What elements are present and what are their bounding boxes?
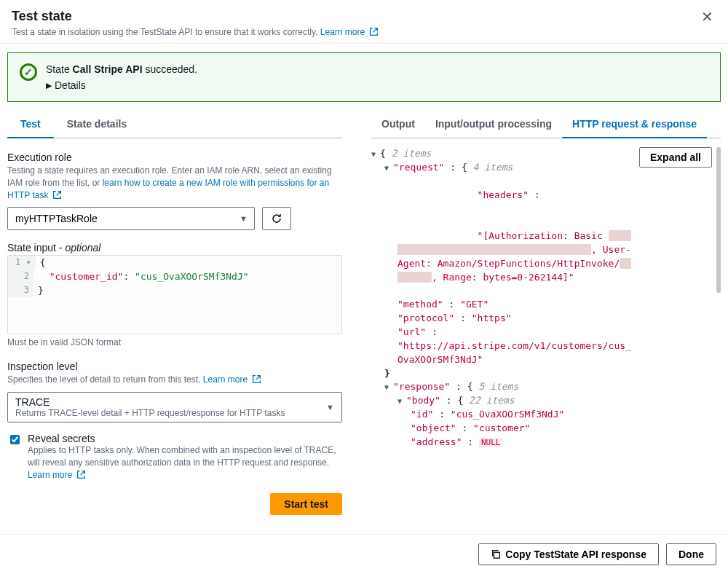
state-input-label: State input - optional bbox=[7, 242, 342, 253]
json-body-id: "id" : "cus_OvaXOOrSMf3NdJ" bbox=[371, 408, 633, 422]
inspection-level-select[interactable]: TRACE Returns TRACE-level detail + HTTP … bbox=[7, 392, 342, 422]
start-test-button[interactable]: Start test bbox=[270, 493, 342, 515]
scrollbar[interactable] bbox=[716, 147, 721, 293]
json-request-protocol: "protocol" : "https" bbox=[371, 312, 633, 326]
left-tabs: Test State details bbox=[7, 111, 342, 138]
external-link-icon bbox=[369, 27, 379, 36]
inspection-level-desc: Specifies the level of detail to return … bbox=[7, 374, 342, 386]
caret-right-icon: ▶ bbox=[46, 81, 52, 90]
json-request-headers: "headers" : "[Authorization: Basic xxxxx… bbox=[371, 175, 633, 299]
copy-icon bbox=[491, 549, 501, 559]
tab-io-processing[interactable]: Input/output processing bbox=[425, 111, 562, 138]
done-button[interactable]: Done bbox=[666, 543, 716, 565]
svg-rect-0 bbox=[494, 552, 500, 558]
external-link-icon bbox=[76, 470, 86, 479]
external-link-icon bbox=[52, 190, 62, 200]
dialog-subtitle: Test a state in isolation using the Test… bbox=[12, 27, 716, 37]
state-input-editor[interactable]: 1 ▾{ 2 "customer_id": "cus_OvaXOOrSMf3Nd… bbox=[7, 255, 342, 334]
dialog-header: Test state Test a state in isolation usi… bbox=[0, 0, 728, 44]
inspection-learn-more-link[interactable]: Learn more bbox=[203, 374, 261, 385]
tab-test[interactable]: Test bbox=[7, 111, 54, 138]
json-response[interactable]: ▼"response" : { 5 items bbox=[371, 380, 633, 394]
execution-role-select[interactable]: ▼ bbox=[7, 207, 255, 230]
json-request-url: "url" :"https://api.stripe.com/v1/custom… bbox=[371, 326, 633, 367]
external-link-icon bbox=[252, 374, 261, 384]
json-body-address: "address" : NULL bbox=[371, 436, 633, 449]
json-body-object: "object" : "customer" bbox=[371, 422, 633, 436]
reveal-secrets-checkbox[interactable] bbox=[10, 435, 20, 444]
json-request-method: "method" : "GET" bbox=[371, 298, 633, 312]
execution-role-label: Execution role bbox=[7, 152, 342, 163]
expand-all-button[interactable]: Expand all bbox=[639, 147, 712, 168]
chevron-down-icon: ▼ bbox=[326, 403, 334, 412]
json-root[interactable]: ▼{ 2 items bbox=[371, 147, 633, 161]
execution-role-input[interactable] bbox=[7, 207, 255, 230]
tab-output[interactable]: Output bbox=[371, 111, 425, 138]
learn-more-link[interactable]: Learn more bbox=[320, 27, 379, 37]
refresh-icon bbox=[271, 213, 282, 224]
close-button[interactable]: ✕ bbox=[697, 7, 718, 26]
reveal-learn-more-link[interactable]: Learn more bbox=[28, 470, 86, 480]
state-input-helper: Must be in valid JSON format bbox=[7, 337, 342, 347]
tab-http[interactable]: HTTP request & response bbox=[562, 111, 707, 138]
execution-role-desc: Testing a state requires an execution ro… bbox=[7, 165, 342, 201]
success-icon bbox=[20, 63, 37, 81]
reveal-secrets-desc: Applies to HTTP tasks only. When combine… bbox=[28, 444, 342, 481]
alert-details-toggle[interactable]: ▶ Details bbox=[46, 79, 708, 91]
copy-response-button[interactable]: Copy TestState API response bbox=[478, 543, 659, 565]
reveal-secrets-label: Reveal secrets bbox=[28, 433, 342, 444]
json-response-panel: ▼{ 2 items ▼"request" : { 4 items "heade… bbox=[371, 147, 721, 449]
dialog-title: Test state bbox=[12, 9, 716, 24]
alert-message: State Call Stripe API succeeded. bbox=[46, 63, 708, 75]
inspection-level-label: Inspection level bbox=[7, 361, 342, 372]
json-response-body[interactable]: ▼"body" : { 22 items bbox=[371, 394, 633, 408]
tab-state-details[interactable]: State details bbox=[54, 111, 140, 138]
refresh-button[interactable] bbox=[262, 207, 291, 230]
dialog-footer: Copy TestState API response Done bbox=[0, 534, 728, 574]
json-request[interactable]: ▼"request" : { 4 items bbox=[371, 161, 633, 175]
right-tabs: Output Input/output processing HTTP requ… bbox=[371, 111, 721, 138]
success-alert: State Call Stripe API succeeded. ▶ Detai… bbox=[7, 52, 721, 102]
